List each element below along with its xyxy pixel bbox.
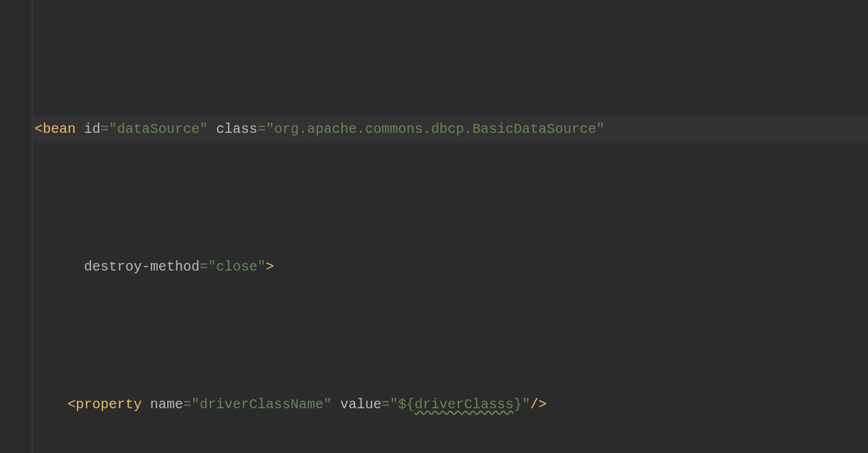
placeholder-close: }: [514, 397, 522, 412]
attr-value: org.apache.commons.dbcp.BasicDataSource: [274, 121, 596, 137]
placeholder-var: driverClasss: [414, 397, 514, 412]
quote: ": [596, 121, 604, 137]
tag-selfclose: />: [530, 397, 547, 412]
attr-name: destroy-method: [84, 259, 200, 275]
tag-open: <property: [67, 397, 150, 412]
code-editor[interactable]: <bean id="dataSource" class="org.apache.…: [0, 0, 868, 453]
attr-eq: =": [100, 121, 117, 137]
code-line[interactable]: destroy-method="close">: [34, 253, 604, 281]
attr-name: name: [150, 397, 183, 412]
placeholder-open: ${: [398, 397, 414, 412]
code-area[interactable]: <bean id="dataSource" class="org.apache.…: [34, 6, 604, 453]
attr-eq: =": [200, 259, 216, 275]
code-line[interactable]: <bean id="dataSource" class="org.apache.…: [34, 116, 604, 143]
attr-eq: =": [257, 121, 274, 137]
gutter: [0, 0, 32, 453]
attr-value: driverClassName: [200, 397, 324, 412]
attr-value: dataSource: [117, 121, 200, 137]
attr-value: close: [216, 259, 257, 275]
quote: ": [200, 121, 208, 137]
quote: ": [257, 259, 266, 275]
attr-name: class: [216, 121, 257, 137]
attr-name: id: [84, 121, 100, 137]
code-line[interactable]: <property name="driverClassName" value="…: [34, 391, 604, 419]
attr-name: value: [340, 397, 381, 412]
tag-close: >: [266, 259, 274, 275]
tag-open: <bean: [34, 121, 84, 137]
